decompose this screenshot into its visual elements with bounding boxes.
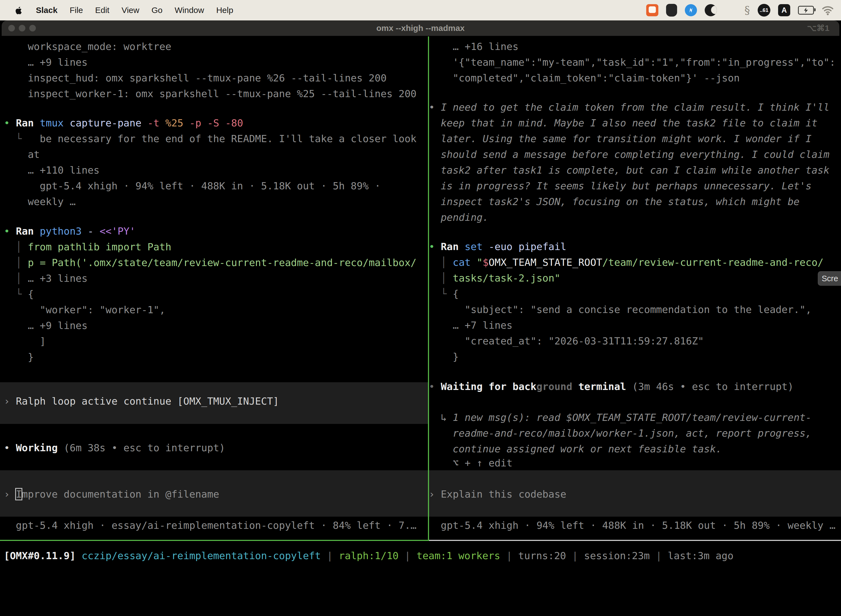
text-segment: mprove documentation in @filename xyxy=(22,488,219,500)
wifi-icon[interactable] xyxy=(822,5,834,15)
menu-item-window[interactable]: Window xyxy=(175,6,204,15)
text-segment: } xyxy=(4,351,34,363)
terminal-line: "created_at": "2026-03-31T11:59:27.816Z" xyxy=(429,333,704,349)
text-segment: " xyxy=(476,257,483,268)
text-segment: -euo pipefail xyxy=(489,241,567,252)
text-segment: } xyxy=(429,351,459,362)
text-segment xyxy=(22,257,28,268)
text-segment: Working xyxy=(16,442,58,453)
menu-app-name[interactable]: Slack xyxy=(36,6,57,15)
text-segment: ground xyxy=(536,381,572,392)
battery-percent-icon[interactable]: ..61 xyxy=(757,4,771,16)
menu-item-edit[interactable]: Edit xyxy=(95,6,110,15)
text-segment: "subject": "send a concise recommendatio… xyxy=(429,304,812,315)
status-bullet: • xyxy=(429,381,435,392)
text-segment xyxy=(435,381,441,392)
prompt-chevron: › xyxy=(429,488,435,500)
minimize-button[interactable] xyxy=(19,25,25,31)
macos-menu-bar: Slack File Edit View Go Window Help § ..… xyxy=(0,0,841,21)
ralph-counter: ralph:1/10 xyxy=(339,550,399,561)
keypad-shield-icon[interactable] xyxy=(666,4,677,16)
apple-menu-icon[interactable] xyxy=(14,5,24,16)
text-segment xyxy=(512,550,518,561)
terminal-line: … +110 lines xyxy=(4,162,100,178)
terminal-line: │ tasks/task-2.json" xyxy=(429,270,560,286)
menu-item-go[interactable]: Go xyxy=(151,6,163,15)
text-segment: weekly … xyxy=(4,196,76,207)
status-bullet: • xyxy=(4,442,10,453)
text-segment xyxy=(10,396,16,407)
menu-item-file[interactable]: File xyxy=(70,6,83,15)
terminal-line: ↳ 1 new msg(s): read $OMX_TEAM_STATE_ROO… xyxy=(429,409,812,425)
text-segment: OMX_TEAM_STATE_ROOT xyxy=(489,257,602,268)
left-pane-bottom-border xyxy=(0,540,429,541)
terminal-line: later. Using the same for transition mig… xyxy=(429,131,812,147)
run-bullet: • xyxy=(4,226,10,237)
text-segment: inspect_worker-1: omx sparkshell --tmux-… xyxy=(4,88,417,99)
terminal-line: ⌥ + ↑ edit xyxy=(429,455,512,471)
terminal-area: workspace_mode: worktree … +9 lines insp… xyxy=(0,36,841,616)
terminal-line: gpt-5.4 xhigh · 94% left · 488K in · 5.1… xyxy=(429,518,835,533)
window-shortcut: ⌥⌘1 xyxy=(807,21,829,36)
window-titlebar[interactable]: omx --xhigh --madmax ⌥⌘1 xyxy=(1,21,840,36)
team-counter: team:1 workers xyxy=(417,550,500,561)
text-segment xyxy=(10,442,16,453)
text-segment: pending. xyxy=(429,212,489,223)
terminal-line: workspace_mode: worktree xyxy=(4,39,171,54)
right-pane-bottom-border xyxy=(429,540,841,541)
text-segment xyxy=(483,241,489,252)
chat-app-icon[interactable] xyxy=(646,4,658,16)
terminal-line: "worker": "worker-1", xyxy=(4,302,165,318)
text-segment: Explain this codebase xyxy=(441,488,566,500)
text-segment: - xyxy=(88,226,94,237)
text-segment xyxy=(34,226,40,237)
input-prompt-line[interactable]: › Explain this codebase xyxy=(429,486,567,502)
text-segment xyxy=(142,117,148,129)
text-segment: Ralph loop active continue [OMX_TMUX_INJ… xyxy=(16,396,279,407)
text-segment: gpt-5.4 xhigh · 94% left · 488K in · 5.1… xyxy=(4,180,381,192)
text-segment: keep that in mind. Maybe I also need the… xyxy=(429,117,818,129)
input-source-icon[interactable]: A xyxy=(778,4,790,16)
text-segment: gpt-5.4 xhigh · 94% left · 488K in · 5.1… xyxy=(429,520,835,531)
screen: Slack File Edit View Go Window Help § ..… xyxy=(0,0,841,616)
waiting-status: • Waiting for background terminal (3m 46… xyxy=(429,378,794,395)
zoom-button[interactable] xyxy=(29,25,36,31)
text-segment: capture-pane xyxy=(70,117,141,129)
text-segment: tasks/task-2.json" xyxy=(453,273,560,284)
close-button[interactable] xyxy=(8,25,15,31)
text-segment xyxy=(447,257,453,268)
text-segment: … +16 lines xyxy=(429,41,519,52)
blue-bolt-icon[interactable] xyxy=(685,4,697,16)
text-segment xyxy=(22,241,28,252)
thought-bullet: • xyxy=(429,101,435,113)
text-segment xyxy=(566,550,572,561)
input-prompt-line[interactable]: › Improve documentation in @filename xyxy=(4,486,219,502)
terminal-line: │ … +3 lines xyxy=(4,270,88,286)
dots-grid-icon[interactable] xyxy=(725,4,737,16)
menu-item-help[interactable]: Help xyxy=(216,6,233,15)
terminal-line: "completed","claim_token":"claim-token"}… xyxy=(429,70,740,86)
moon-icon[interactable] xyxy=(705,4,717,16)
text-segment xyxy=(22,288,28,300)
text-segment xyxy=(471,257,477,268)
squiggle-icon[interactable]: § xyxy=(744,4,750,16)
tree-guide: │ xyxy=(4,257,22,268)
apple-logo xyxy=(14,5,23,15)
terminal-line: • I need to get the claim token from the… xyxy=(429,99,829,115)
text-segment: "created_at": "2026-03-31T11:59:27.816Z" xyxy=(429,335,704,347)
menu-bar-status-tray: § ..61 A xyxy=(646,4,841,16)
text-segment: | xyxy=(327,550,333,561)
tree-guide: │ xyxy=(429,273,447,284)
menu-item-view[interactable]: View xyxy=(122,6,139,15)
terminal-line: } xyxy=(4,349,34,365)
text-cursor[interactable]: I xyxy=(16,488,22,500)
text-segment xyxy=(662,550,668,561)
text-segment xyxy=(399,550,405,561)
text-segment: … +3 lines xyxy=(28,273,88,284)
terminal-line: keep that in mind. Maybe I also need the… xyxy=(429,115,818,131)
text-segment: ⌥ + ↑ edit xyxy=(429,457,512,469)
text-segment: { xyxy=(28,288,34,300)
text-segment: at xyxy=(4,149,40,160)
battery-icon[interactable] xyxy=(798,6,814,15)
text-segment: readme-and-reco/mailbox/worker-1.json, a… xyxy=(429,427,812,439)
